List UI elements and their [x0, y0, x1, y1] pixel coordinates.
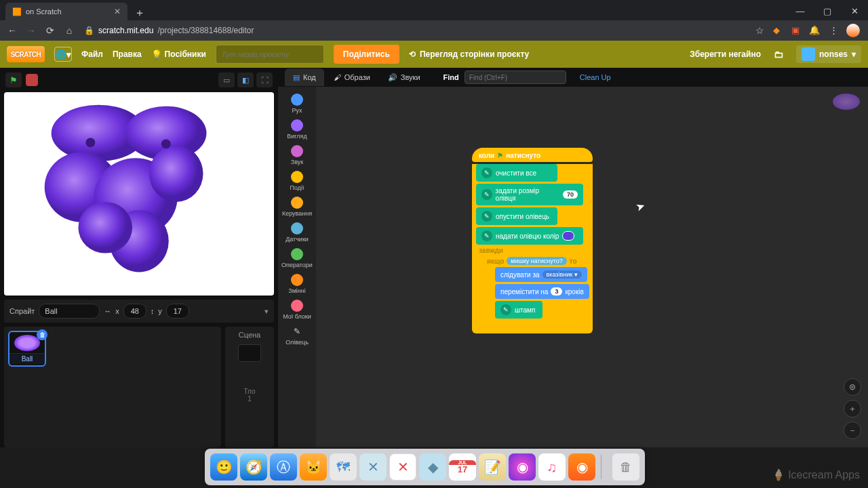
- file-menu[interactable]: Файл: [81, 49, 103, 59]
- pen-size-input[interactable]: 70: [563, 190, 578, 199]
- stop-button[interactable]: [26, 74, 38, 86]
- browser-tab[interactable]: 🟧 on Scratch ✕: [5, 3, 127, 20]
- block-erase-all[interactable]: ✎очистити все: [476, 164, 557, 182]
- block-follow[interactable]: слідувати завказівник ▾: [495, 267, 587, 282]
- code-column: ▤Код 🖌Образи 🔊Звуки Find Clean Up Рух Ви…: [278, 68, 868, 447]
- tutorials-button[interactable]: 💡 Посібники: [151, 49, 206, 60]
- scratch-app-icon[interactable]: 🐱: [300, 453, 327, 481]
- expand-icon[interactable]: ▾: [264, 307, 269, 316]
- trash-icon[interactable]: 🗑: [612, 453, 639, 481]
- app-icon[interactable]: ◆: [419, 453, 446, 481]
- cat-sensing[interactable]: Датчики: [285, 222, 309, 243]
- block-if[interactable]: якщо мишку натиснуто? то: [483, 255, 593, 265]
- cat-operators[interactable]: Оператори: [281, 248, 313, 268]
- block-stack[interactable]: коли ⚑ натиснуто ✎очистити все ✎задати р…: [472, 148, 593, 333]
- cat-variables[interactable]: Змінні: [288, 274, 306, 294]
- tab-costumes[interactable]: 🖌Образи: [326, 68, 378, 86]
- scripts-area[interactable]: коли ⚑ натиснуто ✎очистити все ✎задати р…: [316, 87, 868, 447]
- cat-events[interactable]: Події: [290, 171, 304, 191]
- app-icon[interactable]: ✕: [359, 453, 387, 481]
- sprite-tile[interactable]: 🗑 Ball: [8, 331, 46, 367]
- stage-selector[interactable]: Сцена Тло 1: [225, 327, 274, 447]
- green-flag-button[interactable]: ⚑: [5, 73, 22, 87]
- cat-dot-icon: [291, 171, 303, 183]
- move-steps-input[interactable]: 3: [551, 287, 562, 296]
- cat-pen[interactable]: ✎Олівець: [285, 325, 309, 346]
- mystuff-icon[interactable]: 🗀: [770, 46, 787, 62]
- reload-icon[interactable]: ⟳: [42, 22, 58, 39]
- bell-icon[interactable]: 🔔: [808, 24, 821, 36]
- cleanup-button[interactable]: Clean Up: [580, 73, 611, 81]
- finder-icon[interactable]: 🙂: [210, 453, 237, 481]
- find-input[interactable]: [465, 70, 566, 84]
- scratch-logo[interactable]: SCRATCH: [7, 46, 45, 62]
- icecream-icon: 🍦: [772, 468, 785, 481]
- project-title-input[interactable]: [216, 45, 324, 64]
- cat-control[interactable]: Керування: [282, 197, 312, 217]
- pen-icon: ✎: [500, 304, 511, 315]
- music-icon[interactable]: ♫: [538, 453, 566, 481]
- url-field[interactable]: 🔒 scratch.mit.edu/projects/388814688/edi…: [80, 26, 749, 35]
- new-tab-button[interactable]: ＋: [127, 6, 152, 20]
- tutorials-label: Посібники: [165, 49, 206, 59]
- block-move[interactable]: перемістити на3кроків: [495, 284, 589, 299]
- see-project-page[interactable]: ⟲ Перегляд сторінки проєкту: [409, 49, 529, 59]
- zoom-reset-icon[interactable]: ⊜: [844, 378, 861, 396]
- stage-canvas[interactable]: [4, 92, 274, 296]
- lock-icon: 🔒: [84, 26, 94, 35]
- home-icon[interactable]: ⌂: [61, 22, 77, 39]
- language-icon[interactable]: 🌐▾: [54, 47, 72, 62]
- tab-code[interactable]: ▤Код: [285, 68, 324, 86]
- menu-icon[interactable]: ⋮: [827, 24, 840, 36]
- block-pen-size[interactable]: ✎задати розмір олівця70: [476, 184, 583, 205]
- find-label: Find: [443, 73, 459, 81]
- cat-myblocks[interactable]: Мої блоки: [283, 300, 311, 320]
- delete-sprite-icon[interactable]: 🗑: [37, 329, 47, 340]
- star-icon[interactable]: ☆: [751, 22, 768, 39]
- calendar-icon[interactable]: JUL17: [449, 453, 476, 481]
- account-menu[interactable]: nonses ▾: [796, 45, 861, 63]
- block-stamp[interactable]: ✎штамп: [495, 301, 542, 319]
- save-now-button[interactable]: Зберегти негайно: [690, 49, 761, 59]
- siri-icon[interactable]: ◉: [509, 453, 536, 481]
- back-icon[interactable]: ←: [4, 22, 20, 39]
- app-icon[interactable]: ✕: [389, 453, 416, 481]
- tab-sounds[interactable]: 🔊Звуки: [380, 68, 429, 86]
- small-stage-icon[interactable]: ▭: [218, 73, 235, 87]
- ext-icon[interactable]: ▣: [789, 24, 802, 36]
- share-button[interactable]: Поділитись: [334, 45, 399, 64]
- appstore-icon[interactable]: Ⓐ: [270, 453, 297, 481]
- sprite-y-input[interactable]: [166, 304, 189, 319]
- edit-menu[interactable]: Правка: [113, 49, 142, 59]
- block-pen-color[interactable]: ✎надати олівцю колір: [476, 227, 583, 245]
- fullscreen-icon[interactable]: ⛶: [256, 73, 273, 87]
- sprite-name-input[interactable]: [39, 304, 100, 319]
- ext-icon[interactable]: ◆: [770, 24, 783, 36]
- mouse-down-reporter[interactable]: мишку натиснуто?: [507, 257, 566, 265]
- recorder-icon[interactable]: ◉: [568, 453, 595, 481]
- notes-icon[interactable]: 📝: [479, 453, 506, 481]
- maps-icon[interactable]: 🗺: [330, 453, 357, 481]
- sprite-thumbnail-icon: [14, 335, 40, 351]
- cat-sound[interactable]: Звук: [291, 145, 303, 165]
- maximize-icon[interactable]: ▢: [814, 1, 841, 20]
- zoom-in-icon[interactable]: ＋: [844, 400, 861, 418]
- profile-avatar-icon[interactable]: [846, 24, 860, 37]
- block-pen-down[interactable]: ✎опустити олівець: [476, 207, 557, 225]
- svg-point-8: [161, 139, 171, 148]
- pointer-dropdown[interactable]: вказівник ▾: [542, 270, 582, 279]
- large-stage-icon[interactable]: ◧: [237, 73, 254, 87]
- sprite-x-input[interactable]: [123, 304, 146, 319]
- minimize-icon[interactable]: ―: [787, 1, 814, 20]
- lightbulb-icon: 💡: [151, 49, 162, 60]
- color-picker-icon[interactable]: [562, 231, 574, 241]
- close-icon[interactable]: ✕: [114, 7, 121, 16]
- cat-looks[interactable]: Вигляд: [287, 119, 307, 140]
- zoom-out-icon[interactable]: －: [844, 422, 861, 439]
- forward-icon[interactable]: →: [23, 22, 39, 39]
- close-window-icon[interactable]: ✕: [841, 1, 868, 20]
- hat-block[interactable]: коли ⚑ натиснуто: [472, 148, 593, 162]
- safari-icon[interactable]: 🧭: [240, 453, 267, 481]
- svg-point-6: [78, 202, 132, 253]
- cat-motion[interactable]: Рух: [291, 94, 303, 114]
